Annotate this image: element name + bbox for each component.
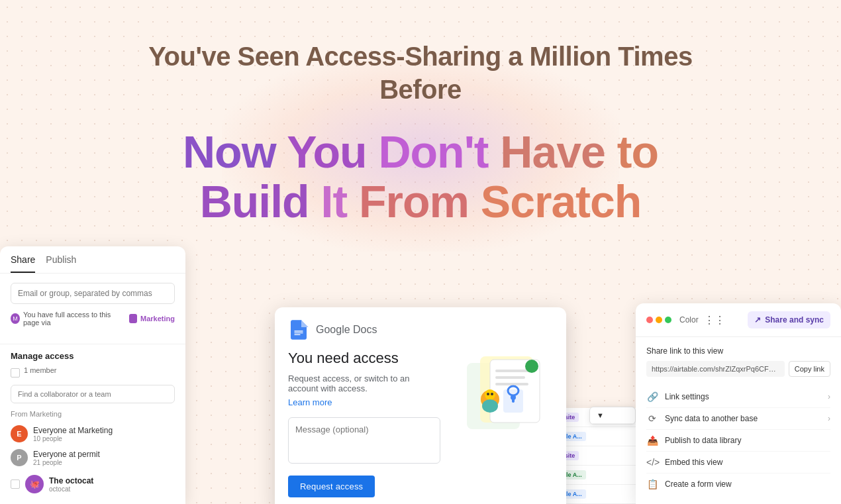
member1-count: 10 people: [33, 435, 113, 442]
google-docs-card: Google Docs You need access Request acce…: [275, 307, 566, 504]
sync-arrow: ›: [828, 414, 830, 423]
svg-point-11: [487, 393, 489, 395]
word-dont: Don't: [378, 126, 500, 177]
link-row: https://airtable.com/shrZlZqxrPq6CF3dH C…: [646, 361, 830, 377]
word-to: to: [617, 126, 658, 177]
hero-title-line1: Now You Don't Have to: [123, 127, 718, 177]
access-avatar: M: [11, 313, 20, 324]
color-dots: [646, 317, 671, 323]
user-avatar: 🐙: [25, 475, 44, 493]
illustration-svg: [454, 350, 553, 442]
user-checkbox[interactable]: [11, 479, 20, 489]
link-url: https://airtable.com/shrZlZqxrPq6CF3dH: [646, 361, 785, 377]
user-name: The octocat: [49, 476, 93, 485]
google-illustration: [454, 350, 553, 497]
access-note: M You have full access to this page via …: [11, 311, 175, 327]
sync-text: Sync data to another base: [665, 414, 821, 423]
manage-access-section: Manage access 1 member From Marketing E …: [0, 344, 185, 504]
member-row-1: E Everyone at Marketing 10 people: [11, 422, 175, 446]
share-publish-card: Share Publish M You have full access to …: [0, 246, 185, 504]
share-tabs: Share Publish: [0, 246, 185, 274]
member2-name: Everyone at permit: [33, 450, 100, 459]
svg-rect-0: [294, 330, 303, 331]
member-count: 1 member: [24, 366, 57, 374]
svg-point-14: [525, 360, 538, 373]
google-docs-icon: [288, 319, 309, 340]
link-settings-item[interactable]: 🔗 Link settings ›: [646, 386, 830, 408]
hero-section: You've Seen Access-Sharing a Million Tim…: [123, 40, 718, 227]
need-access-desc: Request access, or switch to an account …: [288, 374, 440, 393]
form-text: Create a form view: [665, 479, 830, 489]
tab-share[interactable]: Share: [11, 254, 35, 273]
request-access-button[interactable]: Request access: [288, 476, 375, 497]
dot-green: [665, 317, 671, 323]
need-access-title: You need access: [288, 350, 440, 367]
airtable-view-label: Color: [679, 315, 699, 325]
member-checkbox[interactable]: [11, 368, 20, 378]
embed-text: Embed this view: [665, 458, 830, 467]
publish-item[interactable]: 📤 Publish to data library: [646, 430, 830, 452]
link-settings-arrow: ›: [828, 392, 830, 401]
hero-title: Now You Don't Have to Build It From Scra…: [123, 127, 718, 227]
dropdown-area: ▼: [589, 407, 636, 425]
svg-rect-18: [512, 398, 515, 403]
google-header: Google Docs: [275, 307, 566, 350]
form-icon: 📋: [646, 479, 658, 489]
share-sync-button[interactable]: ↗ Share and sync: [748, 311, 830, 328]
airtable-header: Color ⋮⋮ ↗ Share and sync: [636, 303, 841, 337]
sync-icon: ⟳: [646, 413, 658, 424]
email-input[interactable]: [11, 283, 175, 304]
share-link-label: Share link to this view: [646, 346, 830, 356]
svg-rect-8: [495, 383, 528, 385]
svg-point-12: [491, 393, 493, 395]
member-avatar-1: E: [11, 425, 28, 442]
link-settings-text: Link settings: [665, 392, 821, 401]
google-docs-title: Google Docs: [316, 324, 377, 336]
learn-more-link[interactable]: Learn more: [288, 397, 332, 407]
airtable-grid-icon: ⋮⋮: [704, 314, 725, 327]
svg-point-10: [485, 389, 495, 400]
sync-item[interactable]: ⟳ Sync data to another base ›: [646, 408, 830, 430]
share-body: M You have full access to this page via …: [0, 274, 185, 344]
share-link-section: Share link to this view https://airtable…: [646, 346, 830, 377]
tab-publish[interactable]: Publish: [46, 254, 76, 273]
google-left-section: You need access Request access, or switc…: [288, 350, 440, 497]
user-handle: octocat: [49, 485, 93, 493]
svg-rect-1: [294, 332, 303, 333]
publish-icon: 📤: [646, 435, 658, 446]
user-row: 🐙 The octocat octocat: [11, 475, 175, 493]
form-item[interactable]: 📋 Create a form view: [646, 474, 830, 495]
svg-rect-2: [294, 334, 300, 335]
find-collaborator-input[interactable]: [11, 385, 175, 403]
word-build: Build: [200, 176, 321, 227]
svg-rect-7: [495, 376, 525, 379]
copy-link-button[interactable]: Copy link: [789, 361, 830, 377]
marketing-link[interactable]: Marketing: [140, 315, 175, 323]
word-it: It: [321, 176, 359, 227]
hero-subtitle: You've Seen Access-Sharing a Million Tim…: [123, 40, 718, 106]
hero-title-line2: Build It From Scratch: [123, 177, 718, 227]
dropdown-item-1: ▼: [590, 407, 635, 424]
member2-count: 21 people: [33, 459, 100, 466]
word-you: You: [287, 126, 378, 177]
airtable-body: Share link to this view https://airtable…: [636, 337, 841, 504]
ui-cards-container: Share Publish M You have full access to …: [0, 325, 841, 504]
svg-point-13: [482, 399, 498, 413]
word-scratch: Scratch: [481, 176, 641, 227]
dot-orange: [656, 317, 662, 323]
member-avatar-2: P: [11, 449, 28, 466]
word-from: From: [359, 176, 481, 227]
access-note-text: You have full access to this page via: [23, 311, 126, 327]
word-have: Have: [500, 126, 617, 177]
airtable-card: Color ⋮⋮ ↗ Share and sync Share link to …: [636, 303, 841, 504]
publish-text: Publish to data library: [665, 436, 830, 445]
airtable-header-left: Color ⋮⋮: [646, 314, 725, 327]
member1-name: Everyone at Marketing: [33, 426, 113, 435]
manage-access-title: Manage access: [11, 351, 175, 361]
message-textarea[interactable]: [288, 417, 440, 464]
word-now: Now: [183, 126, 287, 177]
member-row-2: P Everyone at permit 21 people: [11, 446, 175, 470]
link-settings-icon: 🔗: [646, 391, 658, 402]
dot-red: [646, 317, 653, 323]
embed-item[interactable]: </> Embed this view: [646, 452, 830, 474]
